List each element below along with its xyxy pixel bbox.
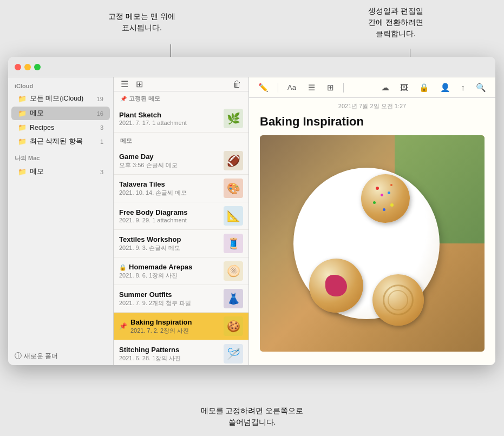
note-item-text: Free Body Diagrams 2021. 9. 29. 1 attach… — [119, 208, 219, 223]
folder-icon: 📁 — [18, 109, 27, 117]
note-thumbnail: 🪡 — [224, 344, 243, 364]
collaborate-button[interactable]: ☁ — [378, 81, 392, 94]
edit-button[interactable]: ✏️ — [256, 81, 271, 94]
note-item-text: 🔒Homemade Arepas 2021. 8. 6. 1장의 사진 — [119, 263, 219, 280]
note-thumbnail: 📐 — [224, 206, 243, 226]
share-person-button[interactable]: 👤 — [437, 81, 453, 94]
note-thumbnail: 🏈 — [224, 151, 243, 170]
note-item-free-body-diagrams[interactable]: Free Body Diagrams 2021. 9. 29. 1 attach… — [114, 202, 248, 230]
separator — [343, 83, 344, 93]
note-detail-toolbar: ✏️ Aa ☰ ⊞ ☁ 🖼 🔒 👤 ↑ 🔍 — [249, 77, 495, 98]
grid-view-button[interactable]: ⊞ — [134, 77, 145, 91]
share-button[interactable]: ↑ — [459, 81, 468, 94]
note-item-text: Plant Sketch 2021. 7. 17. 1 attachment — [119, 111, 219, 126]
note-thumbnail: 🫓 — [224, 261, 243, 281]
note-thumbnail: 🌿 — [224, 109, 243, 128]
folder-icon: 📁 — [18, 137, 27, 146]
note-list-toolbar: ☰ ⊞ 🗑 — [114, 77, 248, 91]
close-button[interactable] — [15, 64, 21, 70]
lock-icon: 🔒 — [119, 264, 127, 270]
folder-icon: 📁 — [18, 123, 27, 131]
pin-badge: 📌 — [119, 322, 127, 330]
pin-icon: 📌 — [120, 96, 127, 102]
note-detail-title: Baking Inspiration — [249, 115, 495, 135]
note-item-summer-outfits[interactable]: Summer Outfits 2021. 7. 9. 2개의 첨부 파일 👗 — [114, 285, 248, 313]
lock-note-button[interactable]: 🔒 — [416, 81, 432, 94]
cookies-image — [260, 135, 485, 352]
note-item-baking-inspiration[interactable]: 📌 Baking Inspiration 2021. 7. 2. 2장의 사진 … — [114, 313, 248, 340]
note-item-talavera-tiles[interactable]: Talavera Tiles 2021. 10. 14. 손글씨 메모 🎨 — [114, 175, 248, 202]
my-mac-section-title: 나의 Mac — [8, 149, 113, 164]
list-view-button[interactable]: ☰ — [119, 77, 130, 91]
note-item-homemade-arepas[interactable]: 🔒Homemade Arepas 2021. 8. 6. 1장의 사진 🫓 — [114, 257, 248, 285]
separator — [278, 83, 278, 93]
note-item-textiles-workshop[interactable]: Textiles Workshop 2021. 9. 3. 손글씨 메모 🧵 — [114, 230, 248, 257]
note-thumbnail: 🎨 — [224, 179, 243, 198]
note-item-text: Game Day 오후 3:56 손글씨 메모 — [119, 153, 219, 169]
folder-icon: 📁 — [18, 168, 27, 176]
callout-swipe: 메모를 고정하려면 오른쪽으로 쓸어넘깁니다. — [0, 405, 504, 428]
note-detail: ✏️ Aa ☰ ⊞ ☁ 🖼 🔒 👤 ↑ 🔍 2021년 7월 2일 오전 1:2… — [249, 77, 495, 365]
note-thumbnail: 👗 — [224, 289, 243, 308]
main-window: iCloud 📁 모든 메모(iCloud) 19 📁 메모 16 📁 Reci… — [8, 57, 495, 365]
note-item-text: Baking Inspiration 2021. 7. 2. 2장의 사진 — [130, 318, 219, 335]
sidebar-item-recipes[interactable]: 📁 Recipes 3 — [11, 121, 110, 134]
note-item-plant-sketch[interactable]: Plant Sketch 2021. 7. 17. 1 attachment 🌿 — [114, 105, 248, 133]
note-item-text: Summer Outfits 2021. 7. 9. 2개의 첨부 파일 — [119, 290, 219, 307]
traffic-lights — [15, 64, 41, 70]
note-detail-date: 2021년 7월 2일 오전 1:27 — [249, 98, 495, 115]
note-list-panel: ☰ ⊞ 🗑 📌 고정된 메모 Plant Sketch 2021. 7. 17.… — [114, 77, 249, 365]
sidebar-item-notes-mac[interactable]: 📁 메모 3 — [11, 165, 110, 179]
notes-section-header: 메모 — [114, 133, 248, 147]
maximize-button[interactable] — [34, 64, 41, 70]
sidebar-item-notes-icloud[interactable]: 📁 메모 16 — [11, 107, 110, 120]
note-item-text: Textiles Workshop 2021. 9. 3. 손글씨 메모 — [119, 235, 219, 252]
pinned-header: 📌 고정된 메모 — [114, 91, 248, 105]
checklist-button[interactable]: ☰ — [305, 81, 318, 94]
minimize-button[interactable] — [24, 64, 31, 70]
note-item-stitching-patterns[interactable]: Stitching Patterns 2021. 6. 28. 1장의 사진 🪡 — [114, 340, 248, 365]
note-item-text: Talavera Tiles 2021. 10. 14. 손글씨 메모 — [119, 180, 219, 197]
callout-pinned: 고정 메모는 맨 위에 표시됩니다. — [108, 11, 175, 34]
note-item-text: Stitching Patterns 2021. 6. 28. 1장의 사진 — [119, 346, 219, 362]
table-button[interactable]: ⊞ — [324, 81, 337, 94]
image-button[interactable]: 🖼 — [397, 81, 411, 94]
folder-icon: 📁 — [18, 95, 27, 103]
callout-switch: 생성일과 편집일 간에 전환하려면 클릭합니다. — [368, 5, 423, 39]
content-area: iCloud 📁 모든 메모(iCloud) 19 📁 메모 16 📁 Reci… — [8, 77, 495, 365]
cookie-sprinkles — [361, 174, 410, 223]
note-item-game-day[interactable]: Game Day 오후 3:56 손글씨 메모 🏈 — [114, 147, 248, 175]
search-button[interactable]: 🔍 — [473, 81, 489, 94]
sidebar-item-recently-deleted[interactable]: 📁 최근 삭제된 항목 1 — [11, 135, 110, 148]
plus-icon: ⓘ — [15, 351, 22, 361]
font-button[interactable]: Aa — [285, 82, 299, 93]
cookie-jam-left — [309, 259, 363, 313]
sidebar: iCloud 📁 모든 메모(iCloud) 19 📁 메모 16 📁 Reci… — [8, 77, 114, 365]
note-detail-image — [260, 135, 485, 352]
sidebar-item-all-icloud[interactable]: 📁 모든 메모(iCloud) 19 — [11, 92, 110, 105]
note-thumbnail: 🧵 — [224, 234, 243, 253]
icloud-section-title: iCloud — [8, 77, 113, 91]
note-thumbnail: 🍪 — [224, 316, 243, 336]
new-folder-button[interactable]: ⓘ 새로운 폴더 — [8, 347, 113, 365]
cookie-swirl — [372, 274, 424, 326]
delete-button[interactable]: 🗑 — [231, 78, 243, 91]
titlebar — [8, 57, 495, 77]
